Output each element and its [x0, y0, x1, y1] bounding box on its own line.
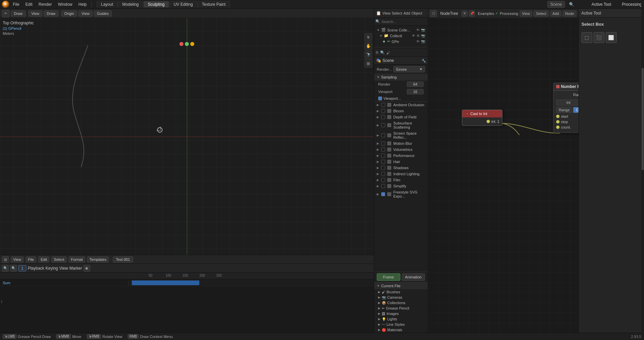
render-section-5[interactable]: ▶Motion Blur	[374, 140, 428, 146]
frame-btn[interactable]: Frame	[377, 273, 400, 281]
outliner-search-input[interactable]	[381, 20, 428, 24]
view-timeline-btn[interactable]: View	[59, 266, 68, 271]
eye-icon-2[interactable]: 👁	[412, 34, 415, 38]
count-tab[interactable]: Count	[573, 107, 578, 113]
render-section-3[interactable]: ▶Subsurface Scattering	[374, 120, 428, 130]
node-add-btn[interactable]: Add	[550, 10, 562, 17]
node-close-btn[interactable]: ✕	[462, 10, 468, 17]
mode-select[interactable]: Draw	[11, 10, 26, 17]
section-cb-11[interactable]	[381, 178, 385, 182]
node-view-btn[interactable]: View	[520, 10, 532, 17]
camera-icon-3[interactable]: 📷	[421, 40, 425, 43]
eye-icon[interactable]: 👁	[416, 28, 420, 32]
node-pin-btn[interactable]: 📌	[469, 10, 475, 17]
render-section-1[interactable]: ▶Bloom	[374, 108, 428, 114]
render-section-2[interactable]: ▶Depth of Field	[374, 114, 428, 120]
current-frame[interactable]: 1	[18, 265, 26, 271]
cf-line-styles[interactable]: ▶ 〰 Line Styles	[374, 322, 428, 327]
menu-window[interactable]: Window	[55, 1, 75, 7]
tree-collection[interactable]: ▼ 📁 Collecti 👁 ⚙ 📷	[374, 33, 428, 39]
cf-grease-pencil[interactable]: ▶ ✏ Grease Pencil	[374, 305, 428, 311]
section-cb-2[interactable]	[381, 115, 385, 119]
render-section-9[interactable]: ▶Shadows	[374, 165, 428, 171]
text-block-name[interactable]: Text.001	[113, 256, 133, 263]
viewport-value[interactable]: 16	[407, 89, 424, 94]
section-cb-7[interactable]	[381, 154, 385, 158]
render-section-4[interactable]: ▶Screen Space Reflec...	[374, 130, 428, 140]
marker-btn[interactable]: Marker	[69, 266, 82, 271]
tab-modeling[interactable]: Modeling	[118, 1, 143, 7]
tool-icon-3[interactable]: ⬜	[606, 32, 617, 43]
int-btn[interactable]: Int	[556, 99, 578, 106]
tab-layout[interactable]: Layout	[97, 1, 118, 7]
render-value[interactable]: 64	[407, 82, 424, 87]
menu-render[interactable]: Render	[36, 1, 54, 7]
node-select-btn[interactable]: Select	[534, 10, 549, 17]
mode-icon[interactable]: ✏	[2, 10, 9, 17]
view-btn[interactable]: View	[28, 10, 43, 17]
tab-texture-paint[interactable]: Texture Paint	[198, 1, 230, 7]
render-section-10[interactable]: ▶Indirect Lighting	[374, 171, 428, 177]
timeline-menu-select[interactable]: Select	[51, 256, 67, 263]
menu-help[interactable]: Help	[76, 1, 90, 7]
number-range-node[interactable]: Number Range ✕ Range Int	[553, 83, 578, 133]
animation-btn[interactable]: Animation	[402, 273, 425, 281]
timeline-icon[interactable]: ▤	[2, 256, 9, 263]
examples-label[interactable]: Examples	[478, 12, 494, 16]
draw-btn[interactable]: Draw	[44, 10, 58, 17]
node-icon-hdr[interactable]: ⬡	[430, 10, 437, 17]
frame-range-icon[interactable]: ◉	[83, 265, 90, 272]
render-section-13[interactable]: ▶Freestyle SVG Expo...	[374, 189, 428, 199]
frame-search-icon2[interactable]: 🔍	[10, 265, 17, 272]
section-cb-1[interactable]	[381, 109, 385, 113]
tab-uv-editing[interactable]: UV Editing	[169, 1, 197, 7]
view-label[interactable]: View	[382, 11, 391, 15]
section-cb-13[interactable]	[381, 192, 385, 196]
camera-icon-2[interactable]: 📷	[421, 34, 425, 38]
section-cb-6[interactable]	[381, 148, 385, 152]
range-tab[interactable]: Range	[556, 107, 572, 113]
brush-icon[interactable]: 🖌	[386, 51, 390, 55]
render-section-11[interactable]: ▶Film	[374, 177, 428, 183]
menu-file[interactable]: File	[10, 1, 22, 7]
section-cb-4[interactable]	[381, 133, 385, 137]
right-scrollbar[interactable]	[641, 9, 644, 333]
menu-edit[interactable]: Edit	[23, 1, 35, 7]
section-cb-0[interactable]	[381, 103, 385, 107]
tree-gp-object[interactable]: ▼ ✏ GPe 👁 📷	[374, 39, 428, 44]
blender-icon[interactable]	[2, 1, 9, 8]
search-icon-3[interactable]: 🔍	[380, 50, 385, 55]
cf-collections[interactable]: ▶ 📦 Collections	[374, 300, 428, 305]
tab-sculpting[interactable]: Sculpting	[144, 1, 169, 7]
playback-btn[interactable]: Playback	[28, 266, 44, 271]
render-section-12[interactable]: ▶Simplify	[374, 183, 428, 189]
filter-icon[interactable]: ⚙	[417, 34, 420, 38]
current-file-header[interactable]: ▼ Current File	[374, 282, 428, 289]
section-cb-5[interactable]	[381, 141, 385, 145]
node-node-btn[interactable]: Node	[563, 10, 576, 17]
keying-btn[interactable]: Keying	[46, 266, 58, 271]
render-section-8[interactable]: ▶Hair	[374, 159, 428, 165]
section-cb-10[interactable]	[381, 172, 385, 176]
render-section-0[interactable]: ▶Ambient Occlusion	[374, 102, 428, 108]
scene-name[interactable]: Scene	[547, 1, 565, 8]
object-label[interactable]: Object	[412, 11, 422, 15]
tree-scene-collection[interactable]: ▼ 🎬 Scene Colle... 👁 📷	[374, 27, 428, 33]
search-icon[interactable]: 🔍	[569, 2, 574, 7]
tool-icon-2[interactable]: ⬛	[594, 32, 604, 43]
timeline-menu-format[interactable]: Format	[69, 256, 85, 263]
timeline-menu-file[interactable]: File	[26, 256, 36, 263]
cf-brushes[interactable]: ▶ 🖌 Brushes	[374, 289, 428, 295]
cf-lights[interactable]: ▶ 💡 Lights	[374, 316, 428, 322]
frame-search-icon[interactable]: 🔍	[2, 265, 9, 272]
section-cb-3[interactable]	[381, 123, 385, 127]
origin-btn[interactable]: Origin	[61, 10, 77, 17]
section-cb-8[interactable]	[381, 160, 385, 164]
select-label[interactable]: Select	[392, 11, 402, 15]
filter-icon-2[interactable]: ⚙	[375, 50, 379, 55]
guides-btn[interactable]: Guides	[94, 10, 112, 17]
tool-icon-1[interactable]: ⬚	[581, 32, 592, 43]
view-btn2[interactable]: View	[78, 10, 93, 17]
timeline-menu-templates[interactable]: Templates	[87, 256, 109, 263]
cf-images[interactable]: ▶ 🖼 Images	[374, 311, 428, 316]
